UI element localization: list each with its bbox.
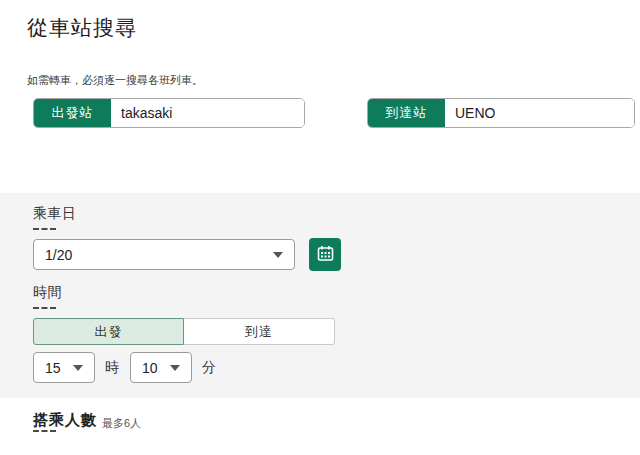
departure-station-label: 出發站 bbox=[34, 99, 111, 127]
passenger-count-label: 搭乘人數 bbox=[33, 411, 97, 430]
page-title: 從車站搜尋 bbox=[27, 14, 137, 42]
arrival-station-field[interactable]: 到達站 UENO bbox=[367, 98, 635, 128]
minute-select[interactable]: 10 bbox=[130, 352, 192, 383]
minute-unit-label: 分 bbox=[202, 359, 216, 377]
hour-unit-label: 時 bbox=[105, 359, 119, 377]
hour-value: 15 bbox=[45, 360, 61, 376]
calendar-icon bbox=[317, 245, 334, 265]
arrival-station-label: 到達站 bbox=[368, 99, 445, 127]
time-mode-tabs: 出發 到達 bbox=[33, 318, 335, 345]
station-search-page: 從車站搜尋 如需轉車，必須逐一搜尋各班列車。 出發站 takasaki 到達站 … bbox=[0, 0, 640, 455]
boarding-date-label: 乘車日 bbox=[33, 205, 77, 223]
arrival-station-input[interactable]: UENO bbox=[445, 99, 634, 127]
dashed-underline bbox=[33, 307, 56, 309]
minute-value: 10 bbox=[142, 360, 158, 376]
transfer-note: 如需轉車，必須逐一搜尋各班列車。 bbox=[27, 73, 203, 87]
boarding-date-select[interactable]: 1/20 bbox=[33, 239, 295, 270]
time-label: 時間 bbox=[33, 284, 62, 302]
open-calendar-button[interactable] bbox=[309, 238, 341, 271]
dashed-underline bbox=[33, 430, 56, 432]
departure-station-field[interactable]: 出發站 takasaki bbox=[33, 98, 305, 128]
dashed-underline bbox=[33, 228, 56, 230]
tab-arrival[interactable]: 到達 bbox=[184, 318, 335, 345]
caret-down-icon bbox=[73, 365, 83, 371]
boarding-date-value: 1/20 bbox=[45, 247, 72, 263]
caret-down-icon bbox=[170, 365, 180, 371]
caret-down-icon bbox=[273, 252, 283, 258]
tab-departure[interactable]: 出發 bbox=[33, 318, 184, 345]
passenger-max-hint: 最多6人 bbox=[102, 416, 141, 431]
search-options-panel: 乘車日 1/20 時間 bbox=[0, 193, 640, 398]
departure-station-input[interactable]: takasaki bbox=[111, 99, 304, 127]
hour-select[interactable]: 15 bbox=[33, 352, 95, 383]
